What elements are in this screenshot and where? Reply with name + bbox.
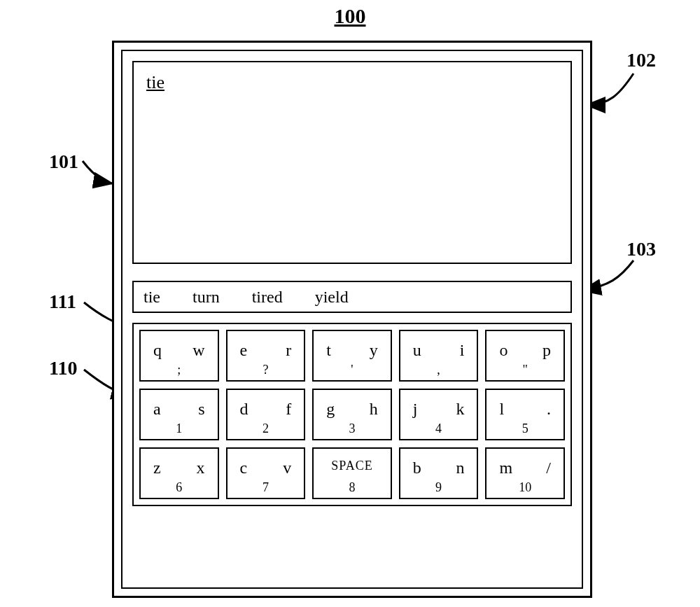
key-sub: 10 [486,480,564,495]
key-char: i [460,341,465,360]
key-char: . [547,400,551,419]
key-ui[interactable]: u i , [399,330,479,382]
key-sub: 7 [227,480,304,495]
keyboard-row: z x 6 c v 7 SPACE 8 b n [139,447,565,499]
key-char: / [546,459,551,477]
text-display-area[interactable]: tie [132,61,572,264]
key-char: h [370,400,378,419]
key-char: d [240,400,248,419]
key-sub: 9 [400,480,477,495]
key-op[interactable]: o p " [485,330,565,382]
key-char: g [326,400,335,419]
suggestion-bar: tie turn tired yield [132,281,572,313]
key-sub: 1 [141,421,218,436]
suggestion-item[interactable]: turn [192,288,220,307]
suggestion-item[interactable]: tired [252,288,283,307]
keyboard-row: a s 1 d f 2 g h 3 j [139,389,565,440]
key-char: v [283,459,291,477]
callout-101: 101 [49,151,78,173]
key-sub: 8 [314,480,391,495]
callout-110: 110 [49,357,77,379]
key-sub: ' [314,363,391,377]
key-char: w [192,341,204,360]
key-char: SPACE [314,459,391,473]
key-er[interactable]: e r ? [226,330,306,382]
key-m[interactable]: m / 10 [485,447,565,499]
virtual-keyboard: q w ; e r ? t y ' u [132,323,572,506]
key-sub: , [400,363,477,377]
key-char: f [286,400,291,419]
key-char: s [198,400,204,419]
key-sub: 2 [227,421,304,436]
key-char: r [286,341,291,360]
key-sub: ; [141,363,218,377]
key-sub: 6 [141,480,218,495]
key-char: m [499,459,512,477]
key-char: c [240,459,248,477]
key-char: u [413,341,421,360]
key-char: o [499,341,507,360]
key-char: a [153,400,161,419]
suggestion-item[interactable]: yield [315,288,349,307]
key-sub: ? [227,363,304,377]
key-zx[interactable]: z x 6 [139,447,219,499]
key-char: l [499,400,504,419]
key-char: j [413,400,418,419]
key-cv[interactable]: c v 7 [226,447,306,499]
figure-label: 100 [0,4,700,28]
suggestion-item[interactable]: tie [144,288,160,307]
key-gh[interactable]: g h 3 [312,389,392,440]
device-frame: tie tie turn tired yield q w ; e [112,41,592,598]
key-sub: 3 [314,421,391,436]
key-ty[interactable]: t y ' [312,330,392,382]
callout-102: 102 [626,49,656,71]
key-char: z [153,459,161,477]
key-jk[interactable]: j k 4 [399,389,479,440]
key-char: p [542,341,551,360]
key-sub: 4 [400,421,477,436]
key-df[interactable]: d f 2 [226,389,306,440]
key-char: k [456,400,464,419]
key-sub: " [486,363,564,377]
key-l[interactable]: l . 5 [485,389,565,440]
key-bn[interactable]: b n 9 [399,447,479,499]
key-as[interactable]: a s 1 [139,389,219,440]
key-qw[interactable]: q w ; [139,330,219,382]
diagram-canvas: 100 102 101 103 111 110 tie tie turn [0,0,700,607]
key-char: x [197,459,205,477]
key-sub: 5 [486,421,564,436]
key-char: t [326,341,331,360]
key-char: q [153,341,162,360]
callout-111: 111 [49,291,76,313]
key-char: e [240,341,248,360]
key-space[interactable]: SPACE 8 [312,447,392,499]
callout-103: 103 [626,238,656,260]
key-char: b [413,459,421,477]
keyboard-row: q w ; e r ? t y ' u [139,330,565,382]
key-char: y [370,341,378,360]
typed-text: tie [146,72,164,93]
device-screen: tie tie turn tired yield q w ; e [121,50,583,589]
key-char: n [456,459,464,477]
